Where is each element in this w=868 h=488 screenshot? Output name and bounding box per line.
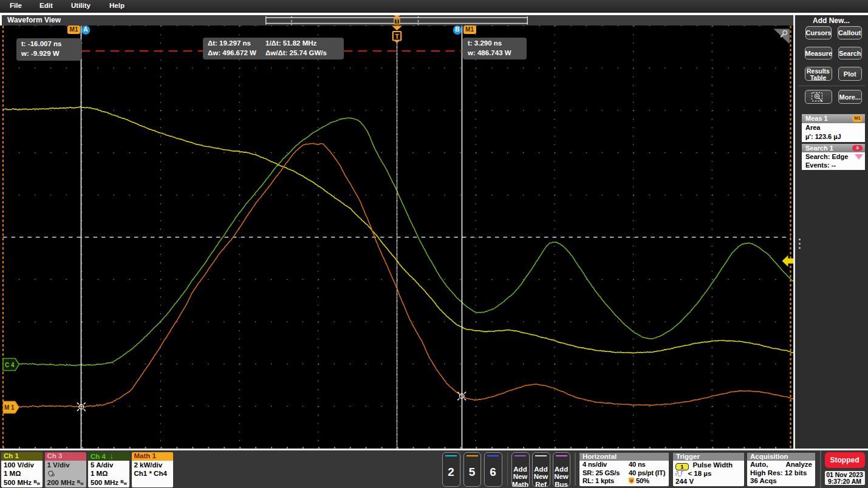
svg-text:u: u (630, 478, 632, 483)
svg-text:C 4: C 4 (5, 362, 15, 368)
svg-text:T: T (395, 33, 399, 40)
svg-text:T: T (395, 18, 399, 24)
svg-text:M 1: M 1 (4, 404, 15, 411)
